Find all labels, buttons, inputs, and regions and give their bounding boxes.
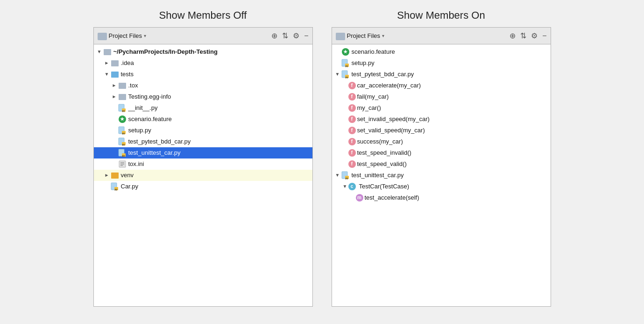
- right-folder-icon: [336, 33, 345, 40]
- tree-item-text: setup.py: [128, 125, 151, 136]
- tree-item-text: set_invalid_speed(my_car): [357, 114, 430, 124]
- tree-row[interactable]: Testing.egg-info: [94, 91, 312, 102]
- python-file-icon: py: [118, 126, 127, 135]
- tree-item-text: test_accelerate(self): [365, 193, 419, 203]
- tree-row[interactable]: tests: [94, 69, 312, 80]
- function-icon: f: [349, 137, 357, 146]
- tree-toggle-collapsed[interactable]: [111, 82, 118, 89]
- python-file-icon: py: [341, 171, 350, 180]
- tree-row[interactable]: ftest_speed_invalid(): [332, 147, 551, 158]
- tree-item-text: test_unittest_car.py: [128, 148, 181, 158]
- tree-row[interactable]: tox.ini: [94, 158, 312, 170]
- tox-file-icon: [118, 160, 127, 168]
- left-header-left: Project Files ▾: [98, 32, 269, 40]
- folder-gray-icon: [103, 48, 112, 56]
- tree-row[interactable]: ffail(my_car): [332, 91, 551, 102]
- tree-row[interactable]: .idea: [94, 58, 312, 69]
- tree-item-text: scenario.feature: [128, 114, 172, 124]
- tree-item-text: scenario.feature: [352, 47, 395, 57]
- tree-toggle-collapsed[interactable]: [111, 93, 118, 101]
- tree-row[interactable]: ftest_speed_valid(): [332, 158, 551, 170]
- tree-item-text: .idea: [121, 58, 134, 68]
- tree-row[interactable]: py setup.py: [94, 125, 312, 136]
- tree-row[interactable]: mtest_accelerate(self): [332, 192, 551, 203]
- function-icon: f: [349, 81, 357, 90]
- tree-item-text: __init__.py: [128, 103, 158, 113]
- left-minimize-icon[interactable]: −: [304, 32, 308, 40]
- function-icon: f: [349, 149, 357, 157]
- python-file-icon: py: [118, 149, 127, 157]
- right-settings-icon[interactable]: ⚙: [531, 32, 538, 40]
- left-sort-icon[interactable]: ⇅: [282, 32, 288, 40]
- function-icon: f: [349, 93, 357, 101]
- tree-item-text: tox.ini: [128, 159, 144, 169]
- tree-item-text: car_accelerate(my_car): [357, 80, 421, 91]
- svg-text:py: py: [345, 76, 348, 79]
- tree-toggle-expanded[interactable]: [334, 71, 341, 78]
- function-icon: f: [349, 115, 357, 123]
- tree-row[interactable]: .tox: [94, 80, 312, 91]
- tree-toggle-collapsed[interactable]: [103, 172, 111, 179]
- right-panel-title: Show Members On: [397, 9, 485, 22]
- tree-toggle-expanded[interactable]: [334, 172, 341, 179]
- tree-row[interactable]: fset_valid_speed(my_car): [332, 125, 551, 136]
- tree-item-text: test_pytest_bdd_car.py: [352, 69, 414, 79]
- right-header-left: Project Files ▾: [336, 32, 507, 40]
- python-file-icon: py: [118, 137, 127, 146]
- tree-row[interactable]: py test_unittest_car.py: [94, 147, 312, 158]
- left-panel-label: Project Files: [109, 32, 142, 39]
- left-folder-icon: [98, 33, 107, 40]
- left-target-icon[interactable]: ⊕: [271, 32, 277, 40]
- left-panel-header: Project Files ▾ ⊕ ⇅ ⚙ −: [94, 28, 312, 44]
- tree-row[interactable]: fset_invalid_speed(my_car): [332, 114, 551, 125]
- right-minimize-icon[interactable]: −: [542, 32, 546, 40]
- right-target-icon[interactable]: ⊕: [510, 32, 516, 40]
- tree-row[interactable]: py setup.py: [332, 58, 551, 69]
- folder-gray-icon: [111, 59, 119, 67]
- tree-row[interactable]: fsuccess(my_car): [332, 136, 551, 147]
- tree-row[interactable]: py __init__.py: [94, 102, 312, 114]
- right-sort-icon[interactable]: ⇅: [520, 32, 526, 40]
- tree-toggle-expanded[interactable]: [96, 48, 103, 56]
- python-file-icon: py: [118, 104, 127, 112]
- python-file-icon: py: [341, 59, 350, 67]
- tree-item-text: .tox: [128, 80, 138, 91]
- svg-text:py: py: [114, 188, 117, 191]
- right-panel-wrapper: Show Members On Project Files ▾ ⊕ ⇅ ⚙ − …: [332, 9, 551, 307]
- left-dropdown-icon[interactable]: ▾: [144, 33, 146, 38]
- scenario-file-icon: ★: [118, 115, 127, 123]
- tree-toggle-collapsed[interactable]: [103, 59, 111, 67]
- right-dropdown-icon[interactable]: ▾: [382, 33, 384, 38]
- right-header-right: ⊕ ⇅ ⚙ −: [510, 32, 546, 40]
- right-panel-label: Project Files: [347, 32, 381, 39]
- tree-row[interactable]: ~/PycharmProjects/In-Depth-Testing: [94, 46, 312, 58]
- tree-toggle-expanded[interactable]: [341, 183, 349, 190]
- svg-text:py: py: [345, 65, 348, 67]
- tree-row[interactable]: ★scenario.feature: [94, 114, 312, 125]
- tree-row[interactable]: py test_pytest_bdd_car.py: [332, 69, 551, 80]
- function-icon: f: [349, 160, 357, 168]
- tree-item-text: setup.py: [352, 58, 375, 68]
- left-panel-title: Show Members Off: [159, 9, 247, 22]
- tree-item-text: test_speed_invalid(): [357, 148, 411, 158]
- tree-row[interactable]: py test_unittest_car.py: [332, 170, 551, 181]
- tree-row[interactable]: fmy_car(): [332, 102, 551, 114]
- method-icon: m: [356, 194, 365, 202]
- tree-item-text: my_car(): [357, 103, 381, 113]
- tree-row[interactable]: py test_pytest_bdd_car.py: [94, 136, 312, 147]
- tree-toggle-expanded[interactable]: [103, 71, 111, 78]
- left-panel-wrapper: Show Members Off Project Files ▾ ⊕ ⇅ ⚙ −…: [93, 9, 313, 307]
- svg-text:py: py: [122, 154, 125, 157]
- tree-item-text: set_valid_speed(my_car): [357, 125, 425, 136]
- folder-blue-icon: [111, 70, 119, 79]
- tree-row[interactable]: ★scenario.feature: [332, 46, 551, 58]
- svg-text:py: py: [345, 177, 348, 180]
- tree-row[interactable]: fcar_accelerate(my_car): [332, 80, 551, 91]
- tree-row[interactable]: venv: [94, 170, 312, 181]
- tree-row[interactable]: py Car.py: [94, 181, 312, 192]
- python-file-icon: py: [341, 70, 350, 79]
- right-panel-header: Project Files ▾ ⊕ ⇅ ⚙ −: [332, 28, 551, 44]
- tree-item-text: venv: [121, 170, 134, 180]
- tree-row[interactable]: cTestCar(TestCase): [332, 181, 551, 192]
- left-settings-icon[interactable]: ⚙: [293, 32, 299, 40]
